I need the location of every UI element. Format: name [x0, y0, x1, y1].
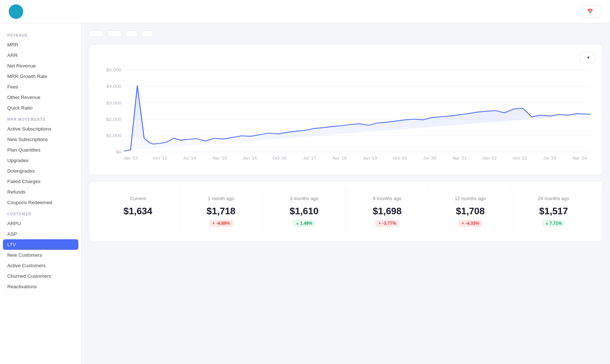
comp-badge: ▲7.71% [543, 220, 565, 227]
comp-period-label: 24 months ago [538, 196, 569, 201]
svg-text:Jul '23: Jul '23 [543, 156, 556, 160]
sidebar-item-arr[interactable]: ARR [0, 50, 81, 61]
chart-svg: $5,000 $4,000 $3,000 $2,000 $1,000 $0 Ja… [97, 66, 595, 167]
badge-arrow-icon: ▼ [212, 222, 215, 225]
comp-value: $1,718 [206, 206, 236, 217]
comp-period-label: 12 months ago [455, 196, 486, 201]
period-select[interactable]: ▾ [580, 52, 595, 63]
sidebar-item-upgrades[interactable]: Upgrades [0, 155, 81, 166]
svg-text:$4,000: $4,000 [106, 84, 122, 89]
period-chevron: ▾ [587, 55, 590, 60]
svg-text:Jul '17: Jul '17 [303, 156, 316, 160]
comparison-table: Current$1,6341 month ago$1,718▼-4.89%3 m… [97, 189, 595, 234]
sidebar-item-mrr-growth-rate[interactable]: MRR Growth Rate [0, 71, 81, 82]
compare-dates-button[interactable] [89, 30, 103, 37]
svg-text:$5,000: $5,000 [106, 67, 122, 73]
comp-badge: ▲1.49% [293, 220, 315, 227]
comp-badge: ▼-4.33% [458, 220, 482, 227]
sidebar-item-coupons-redeemed[interactable]: Coupons Redeemed [0, 197, 81, 208]
chart-card: ▾ [89, 44, 603, 175]
badge-text: 1.49% [300, 221, 312, 226]
svg-text:Jan '16: Jan '16 [242, 156, 257, 160]
chart-header: ▾ [97, 52, 595, 63]
comparison-col-12-months-ago: 12 months ago$1,708▼-4.33% [429, 189, 512, 234]
sidebar-item-fees[interactable]: Fees [0, 82, 81, 92]
comp-value: $1,634 [123, 206, 152, 217]
header-left [9, 4, 32, 19]
comparison-col-current: Current$1,634 [97, 189, 180, 234]
comp-value: $1,708 [456, 206, 485, 217]
sidebar-item-new-subscriptions[interactable]: New Subscriptions [0, 134, 81, 145]
svg-text:Jan '22: Jan '22 [482, 156, 497, 160]
main-content: ▾ [82, 23, 610, 364]
sidebar-item-new-customers[interactable]: New Customers [0, 250, 81, 260]
svg-text:Oct '19: Oct '19 [393, 156, 407, 160]
svg-text:Apr '24: Apr '24 [573, 156, 587, 160]
comparison-col-1-month-ago: 1 month ago$1,718▼-4.89% [180, 189, 263, 234]
comparison-card: Current$1,6341 month ago$1,718▼-4.89%3 m… [89, 181, 603, 242]
sidebar-section-revenue: REVENUE [0, 29, 81, 40]
sidebar-item-other-revenue[interactable]: Other Revenue [0, 92, 81, 103]
comp-period-label: 3 months ago [290, 196, 319, 201]
sidebar-item-downgrades[interactable]: Downgrades [0, 166, 81, 176]
sidebar-item-churned-customers[interactable]: Churned Customers [0, 271, 81, 281]
badge-text: -4.33% [466, 221, 479, 226]
svg-text:Apr '21: Apr '21 [453, 156, 467, 160]
comp-period-label: Current [130, 196, 146, 201]
sidebar-item-mrr[interactable]: MRR [0, 40, 81, 50]
svg-text:$2,000: $2,000 [106, 117, 122, 122]
svg-text:$0: $0 [116, 149, 121, 154]
svg-text:$3,000: $3,000 [106, 100, 122, 105]
sidebar: REVENUEMRRARRNet RevenueMRR Growth RateF… [0, 23, 82, 364]
logo [9, 4, 23, 19]
svg-text:Oct '13: Oct '13 [153, 156, 167, 160]
comparison-col-6-months-ago: 6 months ago$1,698▼-3.77% [346, 189, 429, 234]
chart-container: $5,000 $4,000 $3,000 $2,000 $1,000 $0 Ja… [97, 66, 595, 167]
sidebar-item-ltv[interactable]: LTV [3, 239, 78, 250]
comparison-col-24-months-ago: 24 months ago$1,517▲7.71% [512, 189, 595, 234]
toolbar [89, 30, 603, 37]
app-body: REVENUEMRRARRNet RevenueMRR Growth RateF… [0, 23, 610, 364]
svg-text:Oct '22: Oct '22 [513, 156, 527, 160]
sidebar-item-net-revenue[interactable]: Net Revenue [0, 61, 81, 71]
calendar-icon: 📅 [587, 9, 593, 14]
comp-period-label: 6 months ago [373, 196, 402, 201]
sidebar-item-plan-quantities[interactable]: Plan Quantities [0, 145, 81, 155]
benchmark-button[interactable] [141, 30, 153, 37]
sidebar-item-failed-charges[interactable]: Failed Charges [0, 176, 81, 187]
annotations-button[interactable] [125, 30, 138, 37]
svg-text:Oct '16: Oct '16 [273, 156, 287, 160]
comp-value: $1,698 [373, 206, 402, 217]
header: 📅 [0, 0, 610, 23]
badge-arrow-icon: ▲ [296, 222, 299, 225]
badge-text: -4.89% [216, 221, 230, 226]
svg-text:Apr '15: Apr '15 [213, 156, 227, 160]
badge-arrow-icon: ▼ [378, 222, 381, 225]
sidebar-item-reactivations[interactable]: Reactivations [0, 281, 81, 292]
comp-period-label: 1 month ago [208, 196, 234, 201]
badge-text: -3.77% [382, 221, 396, 226]
sidebar-item-quick-ratio[interactable]: Quick Ratio [0, 103, 81, 113]
svg-text:Jul '14: Jul '14 [183, 156, 196, 160]
badge-arrow-icon: ▼ [461, 222, 464, 225]
sidebar-item-arpu[interactable]: ARPU [0, 218, 81, 229]
sidebar-item-active-subscriptions[interactable]: Active Subscriptions [0, 124, 81, 134]
svg-text:Jan '19: Jan '19 [363, 156, 377, 160]
trendlines-button[interactable] [107, 30, 122, 37]
comp-value: $1,610 [290, 206, 319, 217]
sidebar-item-refunds[interactable]: Refunds [0, 187, 81, 197]
date-range[interactable]: 📅 [581, 5, 601, 17]
svg-text:Jan '13: Jan '13 [123, 156, 138, 160]
comp-badge: ▼-4.89% [209, 220, 233, 227]
comp-value: $1,517 [539, 206, 568, 217]
comp-badge: ▼-3.77% [375, 220, 399, 227]
badge-arrow-icon: ▲ [545, 222, 549, 225]
svg-text:$1,000: $1,000 [106, 133, 122, 138]
sidebar-item-asp[interactable]: ASP [0, 229, 81, 239]
svg-text:Jul '20: Jul '20 [423, 156, 436, 160]
badge-text: 7.71% [549, 221, 562, 226]
sidebar-section-mrr-movements: MRR MOVEMENTS [0, 113, 81, 124]
sidebar-section-customer: CUSTOMER [0, 208, 81, 218]
comparison-col-3-months-ago: 3 months ago$1,610▲1.49% [263, 189, 346, 234]
sidebar-item-active-customers[interactable]: Active Customers [0, 260, 81, 271]
